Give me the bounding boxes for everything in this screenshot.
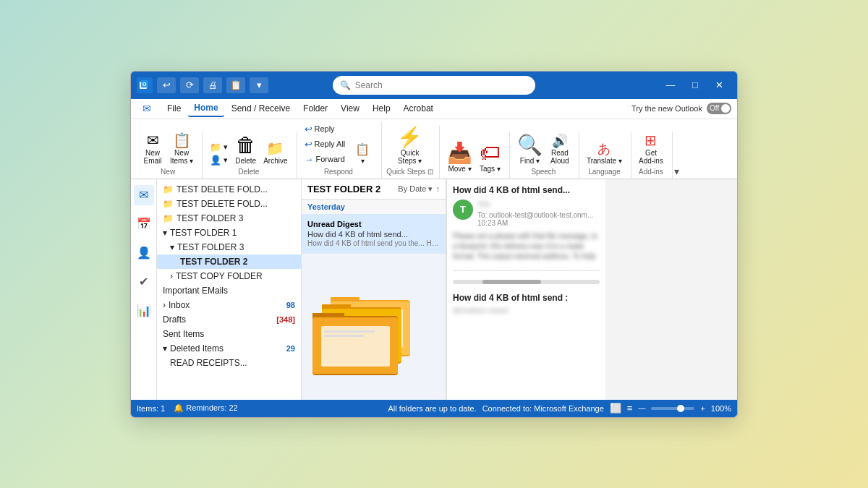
- nav-calendar[interactable]: 📅: [134, 214, 154, 234]
- rules-button[interactable]: 👤 ▾: [207, 154, 231, 166]
- reading-pane-body: Please set a please with that file messa…: [453, 231, 600, 262]
- respond-more-icon: 📋: [355, 144, 370, 155]
- folder-test-delete-1[interactable]: 📁 TEST DELETE FOLD...: [157, 182, 301, 197]
- svg-text:O: O: [142, 82, 147, 87]
- get-addins-icon: ⊞: [644, 133, 657, 147]
- folder-inbox[interactable]: › Inbox 98: [157, 298, 301, 312]
- folder-test-folder-1[interactable]: ▾ TEST FOLDER 1: [157, 226, 301, 240]
- folder-test-folder-3-sub[interactable]: ▾ TEST FOLDER 3: [157, 240, 301, 254]
- email-item-0[interactable]: Unread Digest How did 4 KB of html send.…: [302, 214, 446, 254]
- nav-notes[interactable]: 📊: [134, 301, 154, 321]
- ribbon-group-new-label: New: [161, 168, 175, 176]
- folder-test-delete-2[interactable]: 📁 TEST DELETE FOLD...: [157, 197, 301, 211]
- ribbon-group-addins-label: Add-ins: [639, 168, 663, 176]
- window-controls: — □ ✕: [659, 75, 731, 95]
- expand-icon: ▾: [170, 242, 174, 252]
- tags-button[interactable]: 🏷 Tags ▾: [477, 142, 503, 174]
- menu-view[interactable]: View: [335, 100, 365, 116]
- view-compact-icon[interactable]: ≡: [627, 403, 633, 414]
- folder-stack-svg: [309, 273, 439, 381]
- undo-button[interactable]: ↩: [157, 77, 176, 93]
- ribbon-group-speech-label: Speech: [531, 168, 556, 176]
- reading-pane-scrollbar[interactable]: [453, 280, 600, 284]
- mail-nav-icon[interactable]: ✉: [137, 98, 157, 119]
- get-addins-button[interactable]: ⊞ GetAdd-ins: [636, 132, 666, 166]
- read-aloud-button[interactable]: 🔊 ReadAloud: [547, 133, 573, 166]
- email-time: 10:23 AM: [477, 219, 593, 227]
- sort-dir-button[interactable]: ↑: [436, 184, 441, 193]
- ribbon-group-quicksteps: ⚡ QuickSteps ▾ Quick Steps ⊡: [383, 126, 440, 179]
- ribbon-group-move: 📥 Move ▾ 🏷 Tags ▾: [441, 132, 510, 179]
- folder-important-emails[interactable]: Important EMails: [157, 283, 301, 298]
- search-input[interactable]: [355, 80, 528, 90]
- expand-icon: ▾: [163, 228, 167, 238]
- folder-test-folder-2[interactable]: TEST FOLDER 2: [157, 254, 301, 269]
- view-normal-icon[interactable]: ⬜: [610, 403, 621, 414]
- outlook-icon: O: [137, 77, 153, 93]
- minimize-button[interactable]: —: [659, 75, 682, 95]
- inbox-badge: 98: [286, 301, 295, 309]
- sender-name: Tim: [477, 200, 593, 208]
- nav-tasks[interactable]: ✔: [134, 272, 154, 292]
- move-to-button[interactable]: 📁 ▾: [207, 141, 231, 153]
- folder-read-receipts[interactable]: READ RECEIPTS...: [157, 356, 301, 370]
- nav-mail[interactable]: ✉: [134, 185, 154, 205]
- close-button[interactable]: ✕: [708, 75, 731, 95]
- new-email-icon: ✉: [147, 133, 159, 147]
- sort-button[interactable]: By Date ▾: [398, 184, 433, 194]
- more-button[interactable]: ▾: [250, 77, 268, 93]
- menu-file[interactable]: File: [161, 100, 187, 116]
- move-button[interactable]: 📥 Move ▾: [444, 142, 475, 174]
- ribbon-more-button[interactable]: ▾: [674, 166, 679, 177]
- reply-all-button[interactable]: ↩ Reply All: [302, 137, 349, 151]
- menu-acrobat[interactable]: Acrobat: [398, 100, 439, 116]
- zoom-thumb: [677, 405, 684, 412]
- expand-icon: ›: [170, 271, 173, 281]
- svg-rect-16: [324, 335, 364, 337]
- folder-illustration: [302, 254, 446, 400]
- copy-button[interactable]: 📋: [226, 77, 245, 93]
- expand-icon: ›: [163, 300, 166, 310]
- ribbon-group-delete-label: Delete: [238, 168, 259, 176]
- quick-steps-button[interactable]: ⚡ QuickSteps ▾: [394, 126, 425, 166]
- reply-button[interactable]: ↩ Reply: [302, 122, 349, 136]
- folder-deleted[interactable]: ▾ Deleted Items 29: [157, 341, 301, 356]
- respond-more-button[interactable]: 📋 ▾: [349, 142, 375, 166]
- sender-avatar: T: [453, 200, 473, 220]
- menu-send-receive[interactable]: Send / Receive: [226, 100, 296, 116]
- items-count: Items: 1: [137, 404, 165, 413]
- folder-test-folder-3-top[interactable]: 📁 TEST FOLDER 3: [157, 211, 301, 226]
- deleted-badge: 29: [286, 344, 295, 353]
- forward-button[interactable]: → Forward: [302, 153, 349, 166]
- nav-contacts[interactable]: 👤: [134, 243, 154, 263]
- menu-folder[interactable]: Folder: [297, 100, 333, 116]
- maximize-button[interactable]: □: [684, 75, 707, 95]
- redo-button[interactable]: ⟳: [180, 77, 199, 93]
- ribbon: ✉ NewEmail 📋 NewItems ▾ New 📁 ▾: [131, 119, 737, 179]
- new-email-button[interactable]: ✉ NewEmail: [140, 132, 166, 166]
- new-outlook-toggle[interactable]: Off: [707, 103, 731, 114]
- new-items-button[interactable]: 📋 NewItems ▾: [167, 132, 196, 166]
- ribbon-group-language: あ Translate ▾ Language: [581, 132, 631, 179]
- ribbon-group-addins: ⊞ GetAdd-ins Add-ins: [633, 132, 673, 179]
- menu-home[interactable]: Home: [188, 100, 224, 117]
- archive-button[interactable]: 📁 Archive: [260, 140, 290, 166]
- folder-test-copy[interactable]: › TEST COPY FOLDER: [157, 269, 301, 283]
- delete-button[interactable]: 🗑 Delete: [232, 134, 259, 166]
- folder-sent[interactable]: Sent Items: [157, 327, 301, 341]
- sync-status: All folders are up to date.: [388, 404, 476, 413]
- translate-button[interactable]: あ Translate ▾: [584, 141, 625, 166]
- ribbon-group-language-label: Language: [588, 168, 621, 176]
- folder-drafts[interactable]: Drafts [348]: [157, 312, 301, 327]
- zoom-slider[interactable]: [651, 407, 694, 410]
- email-preview: How did 4 KB of html send you the... How…: [307, 239, 440, 247]
- drafts-badge: [348]: [276, 315, 295, 324]
- menu-help[interactable]: Help: [367, 100, 396, 116]
- print-button[interactable]: 🖨: [203, 77, 222, 93]
- tags-icon: 🏷: [480, 143, 500, 163]
- folder-tree: 📁 TEST DELETE FOLD... 📁 TEST DELETE FOLD…: [157, 179, 302, 400]
- ribbon-group-quicksteps-label: Quick Steps ⊡: [386, 168, 433, 176]
- find-button[interactable]: 🔍 Find ▾: [514, 134, 545, 166]
- folder-icon: 📁: [163, 184, 174, 194]
- reading-pane: How did 4 KB of html send... T Tim To: o…: [446, 179, 605, 400]
